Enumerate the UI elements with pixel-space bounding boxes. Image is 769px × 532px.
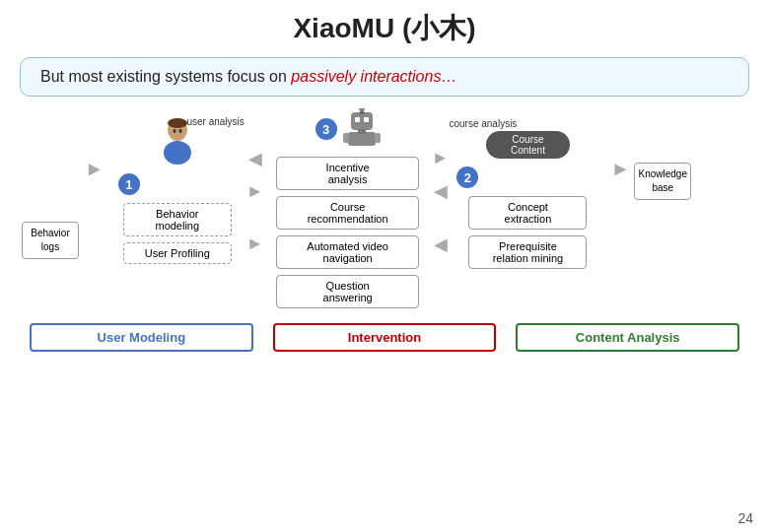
arrows-mid-right: ► ◀ ◀ (432, 148, 450, 255)
robot-icon (343, 108, 381, 150)
subtitle-before: But most existing systems focus on (40, 68, 291, 85)
svg-rect-6 (355, 117, 360, 122)
mid-column: 3 (264, 108, 432, 311)
svg-point-4 (178, 129, 181, 133)
subtitle-highlight: passively interactions… (291, 68, 456, 85)
slide-title: XiaoMU (小木) (20, 10, 749, 47)
svg-rect-7 (364, 117, 369, 122)
arrows-left-mid: ◀ ► ► (246, 148, 264, 254)
subtitle-box: But most existing systems focus on passi… (20, 57, 749, 97)
knowledge-base-box: Knowledgebase (634, 163, 691, 200)
course-analysis-label: course analysis (449, 118, 517, 129)
user-profiling-box: User Profiling (123, 242, 232, 264)
incentive-analysis-box: Incentiveanalysis (276, 157, 419, 190)
svg-rect-13 (375, 133, 381, 143)
slide: XiaoMU (小木) But most existing systems fo… (0, 0, 769, 532)
svg-rect-12 (343, 133, 349, 143)
course-recommendation-box: Courserecommendation (276, 196, 419, 230)
intervention-label: Intervention (273, 323, 497, 352)
user-modeling-label: User Modeling (30, 323, 253, 352)
badge-3: 3 (315, 118, 337, 140)
course-content-badge: Course Content (486, 131, 570, 159)
svg-rect-10 (348, 132, 376, 146)
right-column: course analysis Course Content 2 Concept… (449, 108, 606, 272)
svg-rect-5 (351, 112, 373, 130)
diagram: Behaviorlogs ► user analysis (20, 108, 749, 311)
svg-point-1 (168, 118, 187, 128)
concept-extraction-box: Conceptextraction (468, 196, 587, 230)
user-analysis-label: user analysis (186, 116, 244, 127)
badge-1: 1 (118, 173, 140, 195)
prerequisite-box: Prerequisiterelation mining (468, 235, 587, 269)
svg-rect-11 (358, 129, 366, 134)
badge-2: 2 (456, 166, 478, 188)
bottom-labels: User Modeling Intervention Content Analy… (20, 323, 749, 352)
page-number: 24 (737, 510, 753, 526)
question-answering-box: Questionanswering (276, 275, 419, 308)
arrow-bl-to-left: ► (81, 158, 108, 180)
behavior-modeling-box: Behaviormodeling (123, 203, 232, 236)
svg-point-2 (164, 141, 191, 165)
svg-point-9 (359, 108, 365, 111)
left-column: user analysis 1 Behavio (108, 108, 246, 267)
arrow-right-to-kb: ► (606, 158, 634, 180)
svg-point-3 (173, 129, 175, 133)
behavior-logs-label: Behaviorlogs (25, 227, 76, 254)
behavior-logs-box: Behaviorlogs (22, 222, 79, 259)
content-analysis-label: Content Analysis (516, 323, 739, 352)
subtitle-text: But most existing systems focus on passi… (40, 68, 729, 86)
automated-video-box: Automated videonavigation (276, 235, 419, 269)
